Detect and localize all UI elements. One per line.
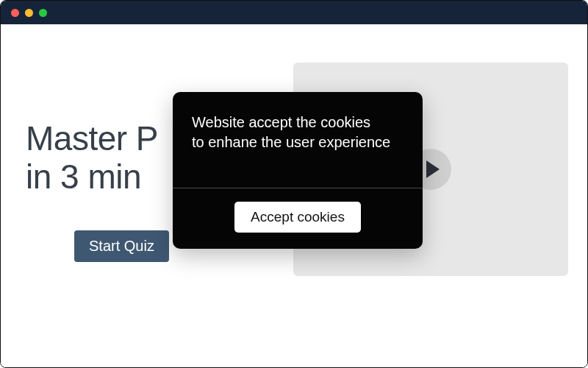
play-icon: [426, 160, 440, 178]
minimize-icon[interactable]: [25, 9, 33, 17]
maximize-icon[interactable]: [39, 9, 47, 17]
window-controls: [11, 9, 47, 17]
hero-title-line2: in 3 min: [26, 158, 141, 196]
cookie-actions: Accept cookies: [173, 188, 423, 249]
accept-cookies-button[interactable]: Accept cookies: [234, 202, 361, 233]
cookie-message: Website accept the cookies to enhane the…: [173, 92, 423, 188]
page-content: Master P in 3 min Start Quiz Website acc…: [1, 24, 587, 367]
cookie-consent-modal: Website accept the cookies to enhane the…: [173, 92, 423, 249]
hero-title-line1: Master P: [26, 119, 158, 158]
browser-window: Master P in 3 min Start Quiz Website acc…: [0, 0, 588, 368]
start-quiz-button[interactable]: Start Quiz: [74, 230, 169, 262]
hero-title: Master P in 3 min: [26, 120, 158, 196]
close-icon[interactable]: [11, 9, 19, 17]
window-titlebar: [1, 1, 587, 24]
